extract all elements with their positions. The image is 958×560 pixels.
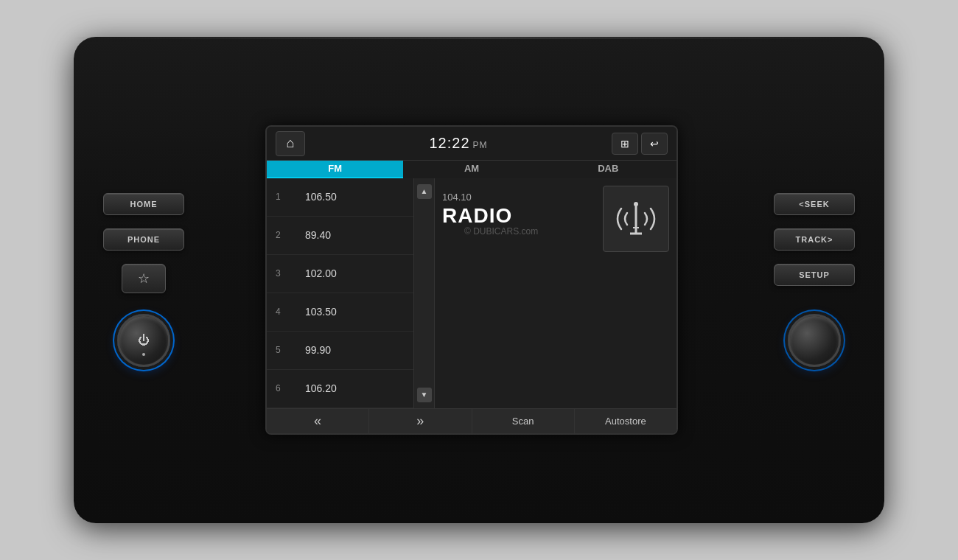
preset-number-6: 6 [276, 383, 290, 393]
station-frequency: 104.10 [442, 192, 512, 203]
bottom-controls: « » Scan Autostore [267, 408, 676, 433]
radio-tab-bar: FM AM DAB [267, 161, 676, 178]
preset-number-4: 4 [276, 307, 290, 317]
top-bar: ⌂ 12:22 PM ⊞ ↩ [267, 127, 676, 161]
favorite-button[interactable]: ☆ [122, 264, 166, 293]
svg-point-3 [634, 202, 638, 206]
preset-number-5: 5 [276, 345, 290, 355]
preset-item-2[interactable]: 2 89.40 [267, 217, 413, 255]
tuner-knob[interactable] [788, 314, 841, 367]
preset-number-1: 1 [276, 192, 290, 202]
phone-button[interactable]: PHONE [103, 228, 184, 251]
right-controls: <SEEK TRACK> SETUP [766, 193, 862, 367]
home-screen-button[interactable]: ⌂ [276, 131, 305, 156]
tab-fm[interactable]: FM [267, 161, 403, 178]
preset-item-1[interactable]: 1 106.50 [267, 178, 413, 217]
time-value: 12:22 [429, 135, 469, 152]
preset-freq-1: 106.50 [305, 191, 337, 203]
preset-item-5[interactable]: 5 99.90 [267, 332, 413, 370]
station-row: 104.10 RADIO © DUBICARS.com [442, 186, 669, 258]
infotainment-screen: ⌂ 12:22 PM ⊞ ↩ FM AM [265, 125, 678, 435]
preset-item-4[interactable]: 4 103.50 [267, 293, 413, 332]
preset-item-3[interactable]: 3 102.00 [267, 255, 413, 293]
power-icon: ⏻ [138, 334, 150, 347]
back-button[interactable]: ↩ [641, 133, 668, 155]
time-display: 12:22 PM [429, 135, 487, 152]
preset-list: 1 106.50 2 89.40 3 102.00 4 103.50 [267, 178, 414, 408]
autostore-button[interactable]: Autostore [575, 409, 676, 433]
setup-button[interactable]: SETUP [774, 264, 855, 286]
preset-scroll-bar: ▲ ▼ [414, 178, 435, 408]
preset-number-2: 2 [276, 230, 290, 240]
preset-freq-3: 102.00 [305, 267, 337, 279]
scroll-up-button[interactable]: ▲ [417, 184, 432, 199]
home-icon: ⌂ [287, 136, 295, 151]
tab-dab[interactable]: DAB [540, 161, 676, 178]
rewind-icon: « [314, 413, 321, 429]
autostore-label: Autostore [605, 416, 646, 427]
scroll-down-button[interactable]: ▼ [417, 388, 432, 402]
radio-antenna-icon [614, 197, 658, 241]
top-right-buttons: ⊞ ↩ [612, 133, 668, 155]
back-icon: ↩ [650, 138, 659, 150]
home-button[interactable]: HOME [103, 193, 184, 215]
preset-freq-4: 103.50 [305, 306, 337, 318]
time-ampm: PM [473, 140, 488, 150]
fast-forward-button[interactable]: » [369, 409, 472, 433]
screen-wrap: ⌂ 12:22 PM ⊞ ↩ FM AM [265, 125, 693, 435]
power-volume-knob[interactable]: ⏻ [117, 314, 170, 367]
station-display-area: 104.10 RADIO © DUBICARS.com [435, 178, 676, 408]
scan-button[interactable]: Scan [472, 409, 575, 433]
radio-antenna-box [603, 186, 669, 252]
station-info: 104.10 RADIO © DUBICARS.com [442, 186, 512, 234]
preset-number-3: 3 [276, 268, 290, 279]
preset-item-6[interactable]: 6 106.20 [267, 370, 413, 408]
watermark-text: © DUBICARS.com [464, 226, 538, 237]
rewind-button[interactable]: « [267, 409, 369, 433]
station-name: RADIO [442, 204, 512, 228]
fast-forward-icon: » [416, 413, 424, 429]
seek-button[interactable]: <SEEK [774, 193, 855, 215]
grid-view-button[interactable]: ⊞ [612, 133, 638, 155]
main-content: 1 106.50 2 89.40 3 102.00 4 103.50 [267, 178, 676, 408]
preset-freq-2: 89.40 [305, 229, 331, 241]
preset-freq-5: 99.90 [305, 344, 331, 356]
grid-icon: ⊞ [620, 138, 629, 150]
track-button[interactable]: TRACK> [774, 228, 855, 251]
tab-am[interactable]: AM [403, 161, 539, 178]
scan-label: Scan [512, 416, 534, 427]
car-infotainment-panel: HOME PHONE ☆ ⏻ ⌂ 12:22 PM ⊞ [74, 37, 884, 523]
left-controls: HOME PHONE ☆ ⏻ [96, 193, 192, 367]
preset-freq-6: 106.20 [305, 382, 337, 394]
